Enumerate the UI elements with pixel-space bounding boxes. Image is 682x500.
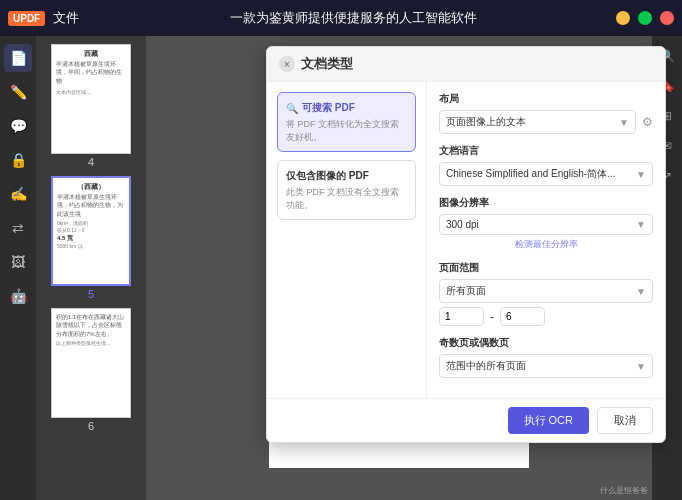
page-number-5: 5 — [88, 288, 94, 300]
detect-resolution-link[interactable]: 检测最佳分辨率 — [439, 238, 653, 251]
content-area: （西藏） 半灌木植被草原生境环境，半间，约占积物的生物，为此该生境0km²，境面… — [146, 36, 652, 500]
page-number-6: 6 — [88, 420, 94, 432]
sidebar-convert-icon[interactable]: ⇄ — [4, 214, 32, 242]
menu-file[interactable]: 文件 — [53, 9, 79, 27]
resolution-select[interactable]: 300 dpi ▼ — [439, 214, 653, 235]
layout-select[interactable]: 页面图像上的文本 ▼ — [439, 110, 636, 134]
odd-even-select-text: 范围中的所有页面 — [446, 359, 632, 373]
odd-even-select-arrow: ▼ — [636, 361, 646, 372]
window-title: 一款为鉴黄师提供便捷服务的人工智能软件 — [91, 9, 616, 27]
left-sidebar: 📄 ✏️ 💬 🔒 ✍️ ⇄ 🖼 🤖 — [0, 36, 36, 500]
resolution-label: 图像分辨率 — [439, 196, 653, 210]
page-range-dash: - — [490, 310, 494, 324]
minimize-button[interactable] — [616, 11, 630, 25]
page-range-label: 页面范围 — [439, 261, 653, 275]
odd-even-setting-group: 奇数页或偶数页 范围中的所有页面 ▼ — [439, 336, 653, 378]
close-button[interactable] — [660, 11, 674, 25]
page-number-4: 4 — [88, 156, 94, 168]
language-label: 文档语言 — [439, 144, 653, 158]
resolution-setting-group: 图像分辨率 300 dpi ▼ 检测最佳分辨率 — [439, 196, 653, 251]
page-range-select-arrow: ▼ — [636, 286, 646, 297]
dialog-close-button[interactable]: × — [279, 56, 295, 72]
sidebar-stamp-icon[interactable]: 🖼 — [4, 248, 32, 276]
doc-type-image-only[interactable]: 仅包含图像的 PDF 此类 PDF 文档没有全文搜索功能。 — [277, 160, 416, 220]
menu-bar[interactable]: 文件 — [53, 9, 79, 27]
app-logo: UPDF — [8, 11, 45, 26]
window-controls[interactable] — [616, 11, 674, 25]
dialog-body: 🔍 可搜索 PDF 将 PDF 文档转化为全文搜索友好机。 仅包含图像的 PDF… — [267, 82, 665, 398]
settings-panel: 布局 页面图像上的文本 ▼ ⚙ 文档语言 Chin — [427, 82, 665, 398]
page-range-to-input[interactable] — [500, 307, 545, 326]
language-select-arrow: ▼ — [636, 169, 646, 180]
execute-ocr-button[interactable]: 执行 OCR — [508, 407, 590, 434]
layout-row: 页面图像上的文本 ▼ ⚙ — [439, 110, 653, 134]
maximize-button[interactable] — [638, 11, 652, 25]
title-bar: UPDF 文件 一款为鉴黄师提供便捷服务的人工智能软件 — [0, 0, 682, 36]
watermark-text: 什么是恒爸爸 — [600, 485, 648, 496]
doc-type-searchable[interactable]: 🔍 可搜索 PDF 将 PDF 文档转化为全文搜索友好机。 — [277, 92, 416, 152]
thumb-preview-5: （西藏） 半灌木植被草原生境环境，约占积物的生物，为此该生境 0km²，境面积 … — [51, 176, 131, 286]
searchable-icon: 🔍 — [286, 103, 298, 114]
resolution-row: 300 dpi ▼ — [439, 214, 653, 235]
layout-select-text: 页面图像上的文本 — [446, 115, 615, 129]
thumbnail-panel[interactable]: 西藏 半灌木植被草原生境环境，半间，约占积物的生物 文本内容区域... 4 （西… — [36, 36, 146, 500]
page-range-from-input[interactable] — [439, 307, 484, 326]
thumbnail-page-5[interactable]: （西藏） 半灌木植被草原生境环境，约占积物的生物，为此该生境 0km²，境面积 … — [51, 176, 131, 300]
dialog-footer: 执行 OCR 取消 — [267, 398, 665, 442]
dialog-header: × 文档类型 — [267, 47, 665, 82]
main-layout: 📄 ✏️ 💬 🔒 ✍️ ⇄ 🖼 🤖 西藏 半灌木植被草原生境环境，半间，约占积物… — [0, 36, 682, 500]
doc-type-image-desc: 此类 PDF 文档没有全文搜索功能。 — [286, 186, 407, 211]
layout-setting-group: 布局 页面图像上的文本 ▼ ⚙ — [439, 92, 653, 134]
layout-select-arrow: ▼ — [619, 117, 629, 128]
doc-type-image-title: 仅包含图像的 PDF — [286, 169, 407, 183]
page-range-select-text: 所有页面 — [446, 284, 632, 298]
odd-even-label: 奇数页或偶数页 — [439, 336, 653, 350]
thumb-preview-6: 积的1.1在布在西藏诸大山脉雪线以下，占全区标熊分布面积的7%左右。 以上两种类… — [51, 308, 131, 418]
language-select[interactable]: Chinese Simplified and English-简体... ▼ — [439, 162, 653, 186]
odd-even-select[interactable]: 范围中的所有页面 ▼ — [439, 354, 653, 378]
resolution-select-arrow: ▼ — [636, 219, 646, 230]
doc-type-searchable-desc: 将 PDF 文档转化为全文搜索友好机。 — [286, 118, 407, 143]
cancel-button[interactable]: 取消 — [597, 407, 653, 434]
page-range-select[interactable]: 所有页面 ▼ — [439, 279, 653, 303]
sidebar-sign-icon[interactable]: ✍️ — [4, 180, 32, 208]
page-range-setting-group: 页面范围 所有页面 ▼ - — [439, 261, 653, 326]
sidebar-comment-icon[interactable]: 💬 — [4, 112, 32, 140]
layout-gear-icon[interactable]: ⚙ — [642, 115, 653, 129]
sidebar-protect-icon[interactable]: 🔒 — [4, 146, 32, 174]
ocr-dialog: × 文档类型 🔍 可搜索 PDF 将 PDF 文档转化为全文搜索友好机。 仅包含… — [266, 46, 666, 443]
resolution-select-text: 300 dpi — [446, 219, 632, 230]
sidebar-document-icon[interactable]: 📄 — [4, 44, 32, 72]
doc-type-searchable-title: 🔍 可搜索 PDF — [286, 101, 407, 115]
layout-label: 布局 — [439, 92, 653, 106]
thumbnail-page-6[interactable]: 积的1.1在布在西藏诸大山脉雪线以下，占全区标熊分布面积的7%左右。 以上两种类… — [51, 308, 131, 432]
dialog-title: 文档类型 — [301, 55, 353, 73]
sidebar-edit-icon[interactable]: ✏️ — [4, 78, 32, 106]
language-setting-group: 文档语言 Chinese Simplified and English-简体..… — [439, 144, 653, 186]
sidebar-ai-icon[interactable]: 🤖 — [4, 282, 32, 310]
language-select-text: Chinese Simplified and English-简体... — [446, 167, 632, 181]
thumbnail-page-4[interactable]: 西藏 半灌木植被草原生境环境，半间，约占积物的生物 文本内容区域... 4 — [51, 44, 131, 168]
thumb-preview-4: 西藏 半灌木植被草原生境环境，半间，约占积物的生物 文本内容区域... — [51, 44, 131, 154]
doc-type-panel: 🔍 可搜索 PDF 将 PDF 文档转化为全文搜索友好机。 仅包含图像的 PDF… — [267, 82, 427, 398]
